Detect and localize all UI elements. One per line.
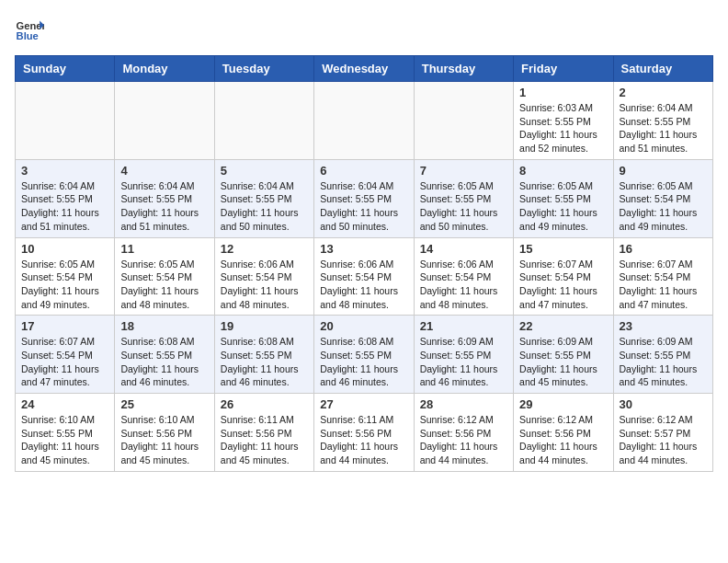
day-info: Sunrise: 6:07 AM Sunset: 5:54 PM Dayligh… bbox=[620, 258, 707, 312]
day-info: Sunrise: 6:05 AM Sunset: 5:54 PM Dayligh… bbox=[620, 179, 707, 234]
day-number: 29 bbox=[519, 397, 607, 411]
day-cell: 12Sunrise: 6:06 AM Sunset: 5:54 PM Dayli… bbox=[214, 237, 313, 316]
day-info: Sunrise: 6:05 AM Sunset: 5:55 PM Dayligh… bbox=[420, 179, 507, 234]
day-number: 27 bbox=[320, 397, 407, 411]
day-number: 9 bbox=[620, 164, 707, 178]
logo: General Blue bbox=[15, 15, 51, 44]
day-number: 11 bbox=[120, 242, 208, 256]
day-number: 26 bbox=[221, 397, 308, 411]
day-number: 10 bbox=[21, 242, 108, 256]
day-cell: 17Sunrise: 6:07 AM Sunset: 5:54 PM Dayli… bbox=[16, 316, 115, 394]
day-number: 25 bbox=[120, 397, 208, 411]
day-info: Sunrise: 6:12 AM Sunset: 5:57 PM Dayligh… bbox=[620, 413, 707, 467]
day-info: Sunrise: 6:08 AM Sunset: 5:55 PM Dayligh… bbox=[120, 335, 208, 389]
day-cell: 14Sunrise: 6:06 AM Sunset: 5:54 PM Dayli… bbox=[414, 237, 513, 316]
day-number: 30 bbox=[620, 397, 707, 411]
day-number: 15 bbox=[519, 242, 607, 256]
day-info: Sunrise: 6:10 AM Sunset: 5:56 PM Dayligh… bbox=[120, 413, 208, 467]
week-row-1: 1Sunrise: 6:03 AM Sunset: 5:55 PM Daylig… bbox=[16, 82, 713, 160]
day-info: Sunrise: 6:05 AM Sunset: 5:55 PM Dayligh… bbox=[519, 179, 607, 234]
day-cell bbox=[16, 82, 115, 160]
day-info: Sunrise: 6:09 AM Sunset: 5:55 PM Dayligh… bbox=[519, 335, 607, 389]
day-info: Sunrise: 6:05 AM Sunset: 5:54 PM Dayligh… bbox=[21, 258, 108, 312]
day-cell: 22Sunrise: 6:09 AM Sunset: 5:55 PM Dayli… bbox=[514, 316, 613, 394]
day-cell: 3Sunrise: 6:04 AM Sunset: 5:55 PM Daylig… bbox=[16, 159, 115, 237]
day-number: 12 bbox=[221, 242, 308, 256]
svg-text:Blue: Blue bbox=[17, 30, 39, 41]
week-row-2: 3Sunrise: 6:04 AM Sunset: 5:55 PM Daylig… bbox=[16, 159, 713, 237]
day-cell: 19Sunrise: 6:08 AM Sunset: 5:55 PM Dayli… bbox=[214, 316, 313, 394]
calendar-header: SundayMondayTuesdayWednesdayThursdayFrid… bbox=[16, 56, 713, 82]
day-cell bbox=[214, 82, 313, 160]
day-info: Sunrise: 6:09 AM Sunset: 5:55 PM Dayligh… bbox=[420, 335, 507, 389]
day-number: 8 bbox=[519, 164, 607, 178]
day-cell: 8Sunrise: 6:05 AM Sunset: 5:55 PM Daylig… bbox=[514, 159, 613, 237]
day-cell: 25Sunrise: 6:10 AM Sunset: 5:56 PM Dayli… bbox=[115, 394, 214, 472]
week-row-4: 17Sunrise: 6:07 AM Sunset: 5:54 PM Dayli… bbox=[16, 316, 713, 394]
header-cell-wednesday: Wednesday bbox=[314, 56, 414, 82]
day-cell: 5Sunrise: 6:04 AM Sunset: 5:55 PM Daylig… bbox=[214, 159, 313, 237]
header-cell-monday: Monday bbox=[115, 56, 214, 82]
day-number: 3 bbox=[21, 164, 108, 178]
header-cell-thursday: Thursday bbox=[414, 56, 513, 82]
day-info: Sunrise: 6:03 AM Sunset: 5:55 PM Dayligh… bbox=[519, 101, 607, 155]
day-cell: 28Sunrise: 6:12 AM Sunset: 5:56 PM Dayli… bbox=[414, 394, 513, 472]
day-cell bbox=[115, 82, 214, 160]
day-number: 17 bbox=[21, 319, 108, 333]
day-number: 19 bbox=[221, 319, 308, 333]
day-info: Sunrise: 6:11 AM Sunset: 5:56 PM Dayligh… bbox=[320, 413, 407, 467]
day-number: 6 bbox=[320, 164, 407, 178]
day-cell: 10Sunrise: 6:05 AM Sunset: 5:54 PM Dayli… bbox=[16, 237, 115, 316]
day-number: 16 bbox=[620, 242, 707, 256]
day-cell bbox=[314, 82, 414, 160]
day-info: Sunrise: 6:10 AM Sunset: 5:55 PM Dayligh… bbox=[21, 413, 108, 467]
day-info: Sunrise: 6:04 AM Sunset: 5:55 PM Dayligh… bbox=[21, 179, 108, 234]
day-cell: 27Sunrise: 6:11 AM Sunset: 5:56 PM Dayli… bbox=[314, 394, 414, 472]
day-cell: 2Sunrise: 6:04 AM Sunset: 5:55 PM Daylig… bbox=[613, 82, 712, 160]
day-info: Sunrise: 6:04 AM Sunset: 5:55 PM Dayligh… bbox=[620, 101, 707, 155]
week-row-5: 24Sunrise: 6:10 AM Sunset: 5:55 PM Dayli… bbox=[16, 394, 713, 472]
day-info: Sunrise: 6:04 AM Sunset: 5:55 PM Dayligh… bbox=[120, 179, 208, 234]
day-number: 23 bbox=[620, 319, 707, 333]
day-cell: 23Sunrise: 6:09 AM Sunset: 5:55 PM Dayli… bbox=[613, 316, 712, 394]
day-cell: 21Sunrise: 6:09 AM Sunset: 5:55 PM Dayli… bbox=[414, 316, 513, 394]
day-cell: 26Sunrise: 6:11 AM Sunset: 5:56 PM Dayli… bbox=[214, 394, 313, 472]
day-info: Sunrise: 6:07 AM Sunset: 5:54 PM Dayligh… bbox=[519, 258, 607, 312]
day-cell: 18Sunrise: 6:08 AM Sunset: 5:55 PM Dayli… bbox=[115, 316, 214, 394]
day-cell: 15Sunrise: 6:07 AM Sunset: 5:54 PM Dayli… bbox=[514, 237, 613, 316]
day-cell: 9Sunrise: 6:05 AM Sunset: 5:54 PM Daylig… bbox=[613, 159, 712, 237]
day-info: Sunrise: 6:12 AM Sunset: 5:56 PM Dayligh… bbox=[519, 413, 607, 467]
day-number: 1 bbox=[519, 86, 607, 99]
day-info: Sunrise: 6:08 AM Sunset: 5:55 PM Dayligh… bbox=[320, 335, 407, 389]
day-cell: 6Sunrise: 6:04 AM Sunset: 5:55 PM Daylig… bbox=[314, 159, 414, 237]
day-number: 20 bbox=[320, 319, 407, 333]
day-cell: 7Sunrise: 6:05 AM Sunset: 5:55 PM Daylig… bbox=[414, 159, 513, 237]
day-info: Sunrise: 6:06 AM Sunset: 5:54 PM Dayligh… bbox=[221, 258, 308, 312]
page-header: General Blue bbox=[15, 15, 713, 44]
calendar-body: 1Sunrise: 6:03 AM Sunset: 5:55 PM Daylig… bbox=[16, 82, 713, 472]
calendar-table: SundayMondayTuesdayWednesdayThursdayFrid… bbox=[15, 55, 713, 472]
day-cell: 20Sunrise: 6:08 AM Sunset: 5:55 PM Dayli… bbox=[314, 316, 414, 394]
day-info: Sunrise: 6:06 AM Sunset: 5:54 PM Dayligh… bbox=[420, 258, 507, 312]
day-cell: 16Sunrise: 6:07 AM Sunset: 5:54 PM Dayli… bbox=[613, 237, 712, 316]
day-number: 5 bbox=[221, 164, 308, 178]
week-row-3: 10Sunrise: 6:05 AM Sunset: 5:54 PM Dayli… bbox=[16, 237, 713, 316]
day-cell: 24Sunrise: 6:10 AM Sunset: 5:55 PM Dayli… bbox=[16, 394, 115, 472]
day-number: 22 bbox=[519, 319, 607, 333]
day-number: 4 bbox=[120, 164, 208, 178]
header-cell-sunday: Sunday bbox=[16, 56, 115, 82]
header-row: SundayMondayTuesdayWednesdayThursdayFrid… bbox=[16, 56, 713, 82]
day-info: Sunrise: 6:11 AM Sunset: 5:56 PM Dayligh… bbox=[221, 413, 308, 467]
day-info: Sunrise: 6:12 AM Sunset: 5:56 PM Dayligh… bbox=[420, 413, 507, 467]
logo-icon: General Blue bbox=[15, 15, 44, 44]
header-cell-saturday: Saturday bbox=[613, 56, 712, 82]
day-cell: 30Sunrise: 6:12 AM Sunset: 5:57 PM Dayli… bbox=[613, 394, 712, 472]
day-info: Sunrise: 6:08 AM Sunset: 5:55 PM Dayligh… bbox=[221, 335, 308, 389]
day-number: 28 bbox=[420, 397, 507, 411]
day-cell: 4Sunrise: 6:04 AM Sunset: 5:55 PM Daylig… bbox=[115, 159, 214, 237]
header-cell-friday: Friday bbox=[514, 56, 613, 82]
day-cell: 13Sunrise: 6:06 AM Sunset: 5:54 PM Dayli… bbox=[314, 237, 414, 316]
day-info: Sunrise: 6:09 AM Sunset: 5:55 PM Dayligh… bbox=[620, 335, 707, 389]
day-number: 7 bbox=[420, 164, 507, 178]
header-cell-tuesday: Tuesday bbox=[214, 56, 313, 82]
